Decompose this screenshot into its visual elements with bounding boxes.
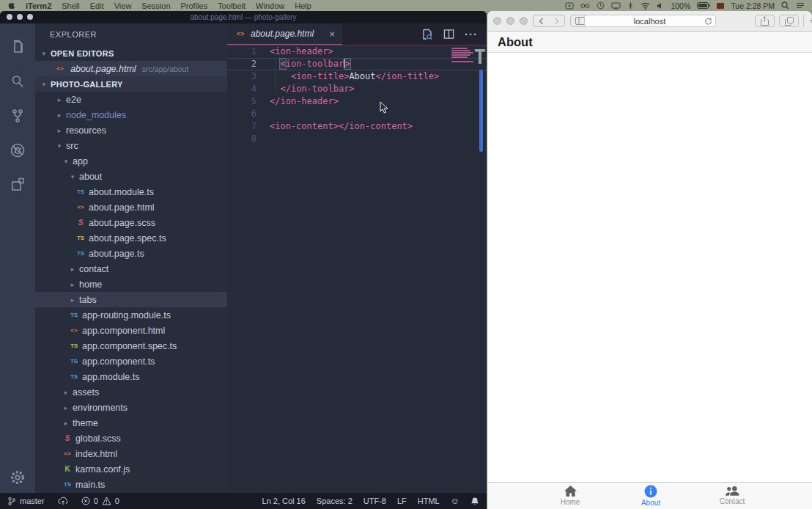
vscode-titlebar[interactable]: about.page.html — photo-gallery — [0, 11, 487, 23]
code-line-1[interactable]: 1<ion-header> — [227, 45, 487, 58]
notification-center-icon[interactable] — [796, 2, 805, 9]
minimize-window-button[interactable] — [506, 17, 514, 25]
tree-item-node_modules[interactable]: ▸node_modules — [35, 107, 227, 122]
tree-item-assets[interactable]: ▸assets — [35, 384, 227, 400]
tab-contact[interactable]: Contact — [695, 485, 769, 505]
code-line-7[interactable]: 7<ion-content></ion-content> — [227, 120, 487, 133]
extensions-icon[interactable] — [0, 167, 35, 202]
input-source-flag-icon[interactable] — [717, 3, 724, 9]
spotlight-icon[interactable] — [781, 1, 789, 10]
menu-help[interactable]: Help — [295, 1, 311, 10]
debug-icon[interactable] — [0, 133, 35, 167]
tree-item-app.component.html[interactable]: <>app.component.html — [35, 323, 227, 338]
wifi-icon[interactable] — [641, 2, 650, 10]
back-button[interactable] — [534, 18, 549, 25]
errors-icon[interactable] — [81, 497, 90, 505]
airplay-display-icon[interactable] — [611, 2, 621, 10]
feedback-smiley-icon[interactable]: ☺ — [451, 496, 459, 506]
tree-item-about.page.html[interactable]: <>about.page.html — [35, 199, 227, 215]
close-tab-icon[interactable]: × — [329, 29, 335, 39]
menu-toolbelt[interactable]: Toolbelt — [218, 1, 246, 10]
menu-session[interactable]: Session — [141, 1, 170, 10]
zoom-window-button[interactable] — [520, 17, 528, 25]
more-actions-icon[interactable]: ··· — [465, 28, 478, 40]
tree-item-environments[interactable]: ▸environments — [35, 400, 227, 415]
tab-home[interactable]: Home — [534, 485, 607, 506]
close-window-button[interactable] — [493, 17, 501, 25]
code-line-5[interactable]: 5</ion-header> — [227, 95, 487, 108]
new-tab-button[interactable]: + — [803, 15, 812, 27]
sync-publish-icon[interactable] — [58, 497, 68, 505]
code-line-4[interactable]: 4 </ion-toolbar> — [227, 83, 487, 95]
zoom-window-button[interactable] — [27, 14, 33, 20]
tree-item-index.html[interactable]: <>index.html — [35, 446, 227, 461]
reload-icon[interactable] — [704, 17, 712, 26]
screen-capture-icon[interactable] — [565, 2, 574, 10]
tree-item-global.scss[interactable]: Sglobal.scss — [35, 431, 227, 446]
status-eol[interactable]: LF — [397, 497, 407, 505]
tree-item-about.page.spec.ts[interactable]: TSabout.page.spec.ts — [35, 230, 227, 246]
status-encoding[interactable]: UTF-8 — [363, 497, 386, 505]
code-editor[interactable]: 1<ion-header>2 <ion-toolbar>3 <ion-title… — [227, 45, 487, 493]
tree-item-home[interactable]: ▸home — [35, 277, 227, 292]
tree-item-about.page.ts[interactable]: TSabout.page.ts — [35, 246, 227, 261]
menu-profiles[interactable]: Profiles — [181, 1, 208, 10]
tree-item-e2e[interactable]: ▸e2e — [35, 92, 227, 107]
tab-about-page-html[interactable]: <> about.page.html × — [227, 23, 342, 45]
glasses-icon[interactable] — [580, 2, 590, 9]
status-language-mode[interactable]: HTML — [418, 497, 440, 505]
close-window-button[interactable] — [7, 14, 12, 20]
tree-item-karma.conf.js[interactable]: Kkarma.conf.js — [35, 461, 227, 477]
tab-about[interactable]: About — [614, 485, 687, 507]
search-icon[interactable] — [0, 64, 35, 98]
menu-shell[interactable]: Shell — [62, 1, 79, 10]
menubar-app-name[interactable]: iTerm2 — [26, 1, 51, 10]
tree-item-app.module.ts[interactable]: TSapp.module.ts — [35, 369, 227, 384]
notifications-bell-icon[interactable] — [470, 497, 479, 506]
code-line-3[interactable]: 3 <ion-title>About</ion-title> — [227, 70, 487, 83]
keyboard-brightness-icon[interactable] — [627, 1, 634, 10]
open-editor-item[interactable]: <> about.page.html src/app/about — [35, 61, 227, 76]
minimize-window-button[interactable] — [17, 14, 23, 20]
forward-button[interactable] — [549, 18, 564, 25]
branch-name[interactable]: master — [20, 497, 45, 505]
tree-item-main.ts[interactable]: TSmain.ts — [35, 477, 227, 492]
apple-menu-icon[interactable] — [7, 1, 15, 11]
tree-item-contact[interactable]: ▸contact — [35, 261, 227, 277]
find-in-file-icon[interactable] — [421, 29, 433, 40]
tree-item-tabs[interactable]: ▸tabs — [35, 292, 227, 307]
status-indentation[interactable]: Spaces: 2 — [317, 497, 353, 505]
source-control-icon[interactable] — [0, 98, 35, 133]
address-bar[interactable]: localhost — [584, 15, 716, 27]
code-line-6[interactable]: 6 — [227, 108, 487, 120]
tree-item-app.component.spec.ts[interactable]: TSapp.component.spec.ts — [35, 338, 227, 354]
settings-gear-icon[interactable] — [0, 469, 35, 486]
tree-item-theme[interactable]: ▸theme — [35, 415, 227, 431]
minimap[interactable] — [451, 48, 476, 63]
warnings-icon[interactable] — [102, 497, 111, 505]
tree-item-app[interactable]: ▾app — [35, 153, 227, 169]
code-line-8[interactable]: 8 — [227, 133, 487, 145]
tree-item-app-routing.module.ts[interactable]: TSapp-routing.module.ts — [35, 307, 227, 323]
tree-item-about[interactable]: ▾about — [35, 169, 227, 184]
open-editors-section[interactable]: ▾OPEN EDITORS — [35, 45, 227, 61]
volume-icon[interactable] — [657, 2, 664, 10]
tree-item-src[interactable]: ▾src — [35, 138, 227, 153]
time-machine-icon[interactable] — [597, 1, 605, 10]
git-branch-icon[interactable] — [7, 497, 16, 506]
split-editor-icon[interactable] — [443, 29, 454, 40]
status-cursor-position[interactable]: Ln 2, Col 16 — [262, 497, 306, 505]
battery-icon[interactable] — [697, 2, 710, 9]
tab-overview-icon[interactable] — [779, 15, 799, 27]
menu-view[interactable]: View — [114, 1, 132, 10]
tree-item-about.page.scss[interactable]: Sabout.page.scss — [35, 215, 227, 230]
tree-item-app.component.ts[interactable]: TSapp.component.ts — [35, 354, 227, 369]
project-section[interactable]: ▾PHOTO-GALLERY — [35, 76, 227, 92]
tree-item-about.module.ts[interactable]: TSabout.module.ts — [35, 184, 227, 199]
share-icon[interactable] — [755, 15, 775, 27]
menu-edit[interactable]: Edit — [90, 1, 104, 10]
tree-item-resources[interactable]: ▸resources — [35, 122, 227, 138]
code-line-2[interactable]: 2 <ion-toolbar> — [227, 58, 487, 70]
menubar-clock[interactable]: Tue 2:28 PM — [731, 1, 775, 10]
menu-window[interactable]: Window — [256, 1, 284, 10]
